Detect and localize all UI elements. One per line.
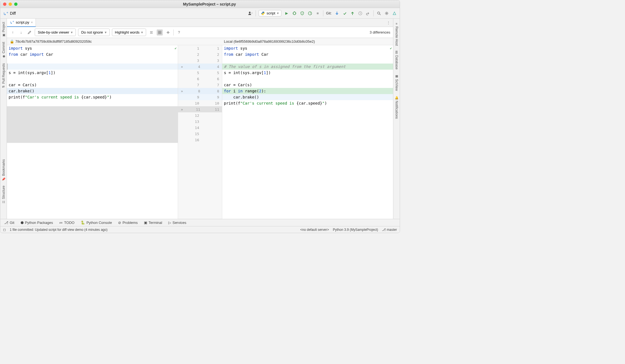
packages-tool-button[interactable]: ⬢Python Packages xyxy=(21,221,53,225)
project-tool-button[interactable]: ▣Project xyxy=(2,21,6,38)
editor-tab[interactable]: ↳+ script.py × xyxy=(7,19,36,27)
maximize-window-icon[interactable] xyxy=(14,2,18,6)
run-icon[interactable]: ▶ xyxy=(284,11,289,16)
ide-icon[interactable] xyxy=(392,11,397,16)
viewer-mode-dropdown[interactable]: Side-by-side viewer▾ xyxy=(35,29,76,36)
sciview-tool-button[interactable]: ▦SciView xyxy=(395,73,399,92)
divider xyxy=(256,10,256,16)
interpreter-selector[interactable]: Python 3.9 (MySampleProject) xyxy=(333,228,378,232)
run-config-selector[interactable]: script ▾ xyxy=(259,10,281,16)
status-message: 1 file committed: Updated script for dif… xyxy=(10,228,108,232)
sync-scroll-icon[interactable] xyxy=(157,29,163,36)
profiler-icon[interactable] xyxy=(308,11,312,16)
chevron-down-icon: ▾ xyxy=(277,11,279,15)
gutter-row: »1111 xyxy=(178,106,222,112)
main-toolbar: ↳+ Diff script ▾ ▶ ■ Git: xyxy=(0,8,400,19)
gutter-row: 1010 xyxy=(178,100,222,106)
left-tool-stripe: ▣Project ◉Commit ⇅Pull Requests 🔖Bookmar… xyxy=(0,19,7,219)
database-tool-button[interactable]: 🗄Database xyxy=(395,50,399,70)
history-icon[interactable] xyxy=(358,11,363,16)
close-window-icon[interactable] xyxy=(3,2,6,6)
close-tab-icon[interactable]: × xyxy=(31,21,33,24)
coverage-icon[interactable] xyxy=(300,11,305,16)
stop-icon: ■ xyxy=(315,11,320,16)
gutter-row: »44 xyxy=(178,64,222,70)
remote-host-tool-button[interactable]: ≡Remote Host xyxy=(395,21,399,47)
branch-icon: ⎇ xyxy=(4,221,8,225)
divider xyxy=(323,10,323,16)
git-commit-icon[interactable] xyxy=(342,11,347,16)
bell-icon: 🔔 xyxy=(395,96,399,100)
ignore-dropdown[interactable]: Do not ignore▾ xyxy=(78,29,109,36)
bookmark-icon: 🔖 xyxy=(2,177,5,181)
status-bar: ◻ 1 file committed: Updated script for d… xyxy=(0,226,400,233)
next-diff-icon[interactable]: ↓ xyxy=(18,29,24,36)
services-icon: ▷ xyxy=(168,221,171,225)
gutter-row: 22 xyxy=(178,51,222,57)
minimize-window-icon[interactable] xyxy=(9,2,12,6)
todo-icon: ≔ xyxy=(59,221,63,225)
sciview-icon: ▦ xyxy=(395,74,398,78)
gutter-row: 16 xyxy=(178,137,222,143)
diff-toolbar: ↑ ↓ Side-by-side viewer▾ Do not ignore▾ … xyxy=(7,27,393,38)
settings-icon[interactable] xyxy=(384,11,389,16)
git-push-icon[interactable] xyxy=(350,11,355,16)
collapse-icon[interactable] xyxy=(148,29,154,36)
gutter-row: »88 xyxy=(178,88,222,94)
search-icon[interactable] xyxy=(376,11,381,16)
apply-diff-icon[interactable]: » xyxy=(181,65,185,69)
svg-line-8 xyxy=(379,14,381,15)
bookmarks-tool-button[interactable]: 🔖Bookmarks xyxy=(2,158,6,182)
run-config-name: script xyxy=(267,11,275,15)
help-icon[interactable]: ? xyxy=(176,29,182,36)
commit-tool-button[interactable]: ◉Commit xyxy=(2,41,6,59)
bottom-tool-bar: ⎇Git ⬢Python Packages ≔TODO 🐍Python Cons… xyxy=(0,219,400,226)
terminal-tool-button[interactable]: ▣Terminal xyxy=(144,221,162,225)
python-icon xyxy=(261,11,265,15)
inspection-ok-icon: ✔ xyxy=(175,46,177,50)
structure-tool-button[interactable]: ☷Structure xyxy=(2,184,6,205)
prev-diff-icon[interactable]: ↑ xyxy=(10,29,16,36)
problems-tool-button[interactable]: ⊘Problems xyxy=(118,221,138,225)
diff-file-icon: ↳+ xyxy=(10,20,14,25)
left-diff-pane[interactable]: ✔ import sys from car import Car s = int… xyxy=(7,45,178,219)
rollback-icon[interactable] xyxy=(366,11,371,16)
gutter-row: 33 xyxy=(178,57,222,64)
chevron-down-icon: ▾ xyxy=(141,30,143,34)
notifications-tool-button[interactable]: 🔔Notifications xyxy=(395,95,399,120)
right-diff-pane[interactable]: ✔ import sys from car import Car # The v… xyxy=(222,45,393,219)
apply-diff-icon[interactable]: » xyxy=(181,107,185,112)
highlight-dropdown[interactable]: Highlight words▾ xyxy=(112,29,146,36)
git-tool-button[interactable]: ⎇Git xyxy=(4,221,14,225)
apply-diff-icon[interactable]: » xyxy=(181,89,185,93)
deployment-server[interactable]: <no default server> xyxy=(300,228,329,232)
status-window-icon[interactable]: ◻ xyxy=(3,228,6,232)
diff-nav-icon[interactable]: ↳+ xyxy=(3,11,8,16)
problems-icon: ⊘ xyxy=(118,221,121,225)
svg-point-0 xyxy=(249,12,251,13)
diff-settings-icon[interactable] xyxy=(165,29,171,36)
lock-icon: 🔒 xyxy=(10,39,14,44)
diff-pane: ✔ import sys from car import Car s = int… xyxy=(7,45,393,219)
commit-icon: ◉ xyxy=(2,55,5,58)
pull-requests-tool-button[interactable]: ⇅Pull Requests xyxy=(2,62,6,90)
edit-icon[interactable] xyxy=(26,29,32,36)
packages-icon: ⬢ xyxy=(21,221,24,225)
git-label: Git: xyxy=(326,11,332,15)
tab-more-icon[interactable]: ⋮ xyxy=(384,21,393,25)
branch-icon: ⎇ xyxy=(382,228,387,232)
debug-icon[interactable] xyxy=(292,11,297,16)
console-tool-button[interactable]: 🐍Python Console xyxy=(81,221,112,225)
todo-tool-button[interactable]: ≔TODO xyxy=(59,221,74,225)
pr-icon: ⇅ xyxy=(2,85,5,88)
editor-tabbar: ↳+ script.py × ⋮ xyxy=(7,19,393,27)
gutter-row: 11 xyxy=(178,45,222,51)
diff-gutter: 112233»44556677»88991010»11111213141516 xyxy=(178,45,222,219)
gutter-row: 55 xyxy=(178,70,222,76)
git-pull-icon[interactable] xyxy=(334,11,339,16)
git-branch-selector[interactable]: ⎇ master xyxy=(382,228,397,232)
gutter-row: 66 xyxy=(178,76,222,82)
user-icon[interactable] xyxy=(248,11,253,16)
services-tool-button[interactable]: ▷Services xyxy=(168,221,186,225)
tab-filename: script.py xyxy=(16,20,29,24)
